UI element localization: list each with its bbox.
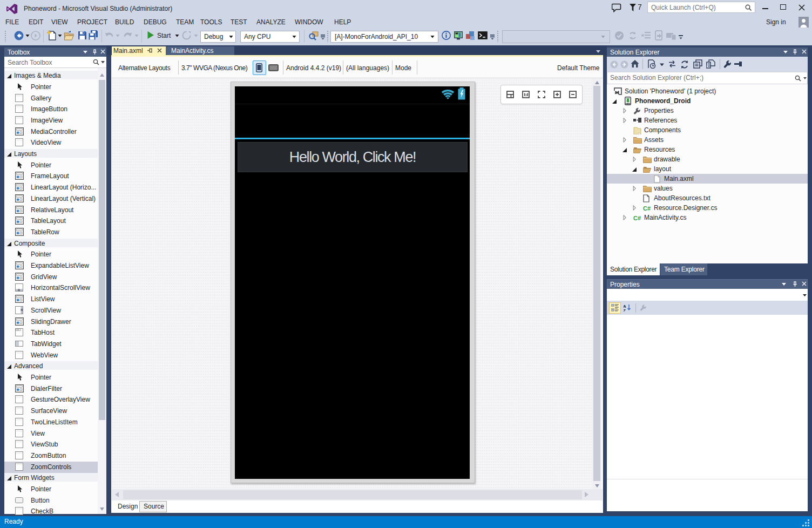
svg-text:C#: C# — [643, 205, 651, 212]
svg-text:Z: Z — [624, 308, 626, 312]
svg-text:C#: C# — [633, 215, 641, 221]
